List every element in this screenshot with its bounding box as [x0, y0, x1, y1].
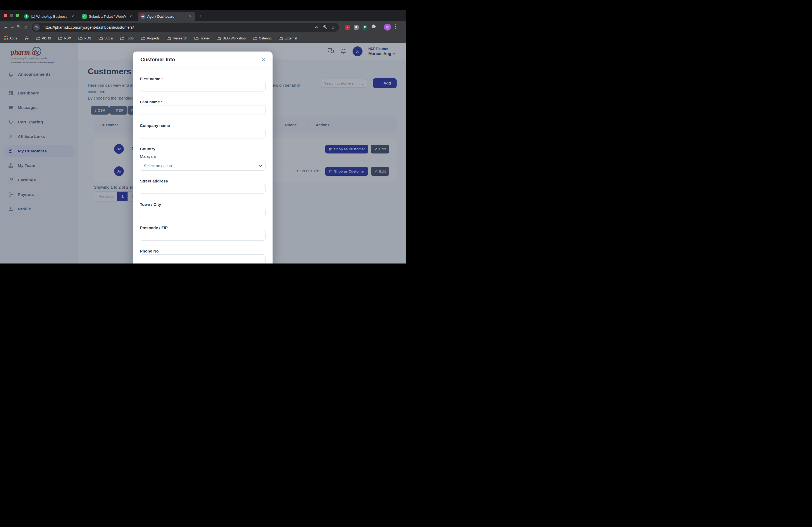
bookmark-label: Catering [259, 36, 272, 40]
required-marker: * [161, 76, 163, 81]
bookmark-folder-seo-workshop[interactable]: SEO Workshop [217, 36, 246, 40]
required-marker: * [161, 100, 162, 104]
folder-icon [58, 36, 62, 40]
bookmark-label: Subsi [104, 36, 113, 40]
hand-extension-icon[interactable] [354, 25, 359, 30]
close-tab-icon[interactable]: ✕ [70, 14, 75, 19]
bookmark-label: External [285, 36, 297, 40]
page-viewport: HCP Partner Marcus Ang pharm-dx e-dispen… [0, 43, 406, 264]
address-bar[interactable]: https://pharmdx.com.my/agent-dashboard/c… [32, 23, 339, 32]
company-name-input[interactable] [140, 129, 265, 138]
bookmark-folder-pdhs[interactable]: PDHS [36, 36, 51, 40]
folder-icon [78, 36, 83, 40]
zoom-window-button[interactable] [16, 14, 19, 17]
bookmark-star-icon[interactable]: ☆ [331, 25, 335, 30]
country-label: Country [140, 147, 156, 151]
zoom-icon[interactable] [323, 25, 327, 30]
folder-icon [194, 36, 199, 40]
close-window-button[interactable] [4, 14, 7, 17]
folder-icon [120, 36, 124, 40]
close-tab-icon[interactable]: ✕ [188, 14, 192, 19]
extensions-puzzle-icon[interactable] [371, 24, 376, 30]
folder-icon [279, 36, 283, 40]
state-select[interactable]: Select an option... [140, 161, 265, 171]
bookmark-folder-travel[interactable]: Travel [194, 36, 209, 40]
first-name-label: First name* [140, 76, 163, 81]
bookmark-label: PDHS [42, 36, 51, 40]
bookmark-folder-pds[interactable]: PDS [78, 36, 91, 40]
phone-no-label: Phone No [140, 249, 159, 253]
bookmark-label: SEO Workshop [222, 36, 246, 40]
folder-icon [253, 36, 257, 40]
pharmdx-favicon: dx [141, 14, 145, 19]
folder-icon [167, 36, 171, 40]
tab-title: Submit a Ticket / WebWizards [89, 15, 126, 18]
modal-header: Customer Info ✕ [133, 51, 273, 69]
bookmark-folder-research[interactable]: Research [167, 36, 187, 40]
minimize-window-button[interactable] [10, 14, 13, 17]
bookmark-label: Travel [200, 36, 209, 40]
menu-bar [0, 0, 406, 10]
globe-icon [25, 36, 29, 41]
adblock-extension-icon[interactable]: » [345, 25, 350, 30]
forward-icon[interactable]: → [9, 24, 16, 30]
browser-profile-avatar[interactable]: E [384, 24, 391, 31]
street-address-input[interactable] [140, 184, 265, 194]
window-controls [4, 14, 19, 17]
bookmark-folder-property[interactable]: Property [141, 36, 160, 40]
customer-info-modal: Customer Info ✕ First name* Last name* C… [133, 51, 273, 264]
folder-icon [217, 36, 221, 40]
bookmark-folder-tools[interactable]: Tools [120, 36, 134, 40]
folder-icon [99, 36, 103, 40]
first-name-input[interactable] [140, 82, 265, 91]
reload-icon[interactable]: ↻ [16, 24, 22, 30]
home-icon[interactable]: ⌂ [23, 24, 29, 30]
phone-no-input[interactable] [140, 254, 265, 264]
company-name-label: Company name [140, 123, 170, 128]
bookmarks-bar: Apps PDHS PDX PDS Subsi Tools Property R… [0, 33, 406, 43]
webwizards-favicon: ⟋⟋ [82, 14, 87, 19]
password-key-icon[interactable] [314, 25, 319, 30]
bookmark-label: Tools [126, 36, 134, 40]
bookmark-label: Property [147, 36, 160, 40]
tab-agent-dashboard[interactable]: dx Agent Dashboard ✕ [138, 12, 195, 21]
close-icon[interactable]: ✕ [260, 56, 267, 63]
bookmark-label: Research [173, 36, 187, 40]
tab-strip: 1 (1) WhatsApp Business ✕ ⟋⟋ Submit a Ti… [0, 10, 406, 21]
tab-title: Agent Dashboard [147, 15, 174, 18]
bookmark-folder-pdx[interactable]: PDX [58, 36, 71, 40]
bookmark-folder-subsi[interactable]: Subsi [99, 36, 113, 40]
new-tab-button[interactable]: + [199, 13, 202, 19]
bookmark-label: PDS [84, 36, 91, 40]
bookmark-folder-catering[interactable]: Catering [253, 36, 272, 40]
country-value: Malaysia [140, 154, 156, 159]
town-city-input[interactable] [140, 208, 265, 217]
tab-webwizards[interactable]: ⟋⟋ Submit a Ticket / WebWizards ✕ [79, 12, 136, 21]
bookmark-label: PDX [64, 36, 71, 40]
bookmark-apps[interactable]: Apps [4, 36, 17, 40]
whatsapp-favicon: 1 [24, 14, 29, 19]
site-info-icon[interactable] [33, 24, 40, 31]
bookmark-globe[interactable] [25, 36, 29, 41]
tab-title: (1) WhatsApp Business [31, 15, 68, 18]
browser-toolbar: ← → ↻ ⌂ https://pharmdx.com.my/agent-das… [0, 21, 406, 33]
grammarly-extension-icon[interactable]: G [362, 25, 367, 30]
town-city-label: Town / City [140, 202, 161, 207]
bookmark-folder-external[interactable]: External [279, 36, 297, 40]
postcode-zip-label: Postcode / ZIP [140, 225, 168, 230]
last-name-label: Last name* [140, 100, 162, 104]
folder-icon [36, 36, 40, 40]
close-tab-icon[interactable]: ✕ [128, 14, 133, 19]
bookmark-label: Apps [10, 36, 17, 40]
browser-menu-icon[interactable] [395, 24, 396, 30]
tab-whatsapp[interactable]: 1 (1) WhatsApp Business ✕ [21, 12, 78, 21]
back-icon[interactable]: ← [3, 24, 9, 30]
apps-grid-icon [4, 36, 8, 40]
screen: 1 (1) WhatsApp Business ✕ ⟋⟋ Submit a Ti… [0, 0, 406, 264]
chevron-down-icon [259, 164, 262, 167]
folder-icon [141, 36, 145, 40]
postcode-zip-input[interactable] [140, 231, 265, 241]
last-name-input[interactable] [140, 105, 265, 115]
url-text: https://pharmdx.com.my/agent-dashboard/c… [44, 25, 134, 30]
select-placeholder: Select an option... [144, 164, 175, 168]
